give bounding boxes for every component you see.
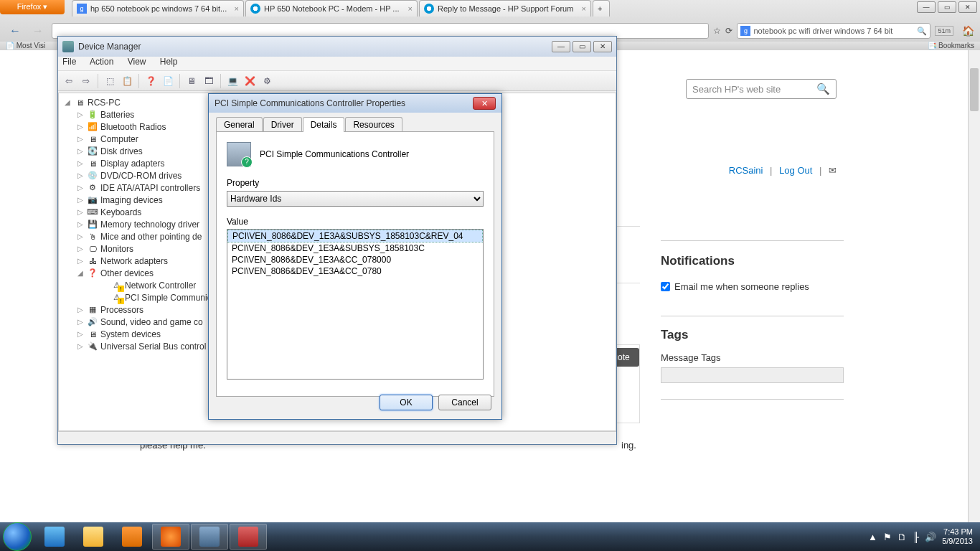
close-icon[interactable]: ×	[235, 4, 239, 13]
username-link[interactable]: RCSaini	[729, 165, 763, 176]
browser-tab-1[interactable]: HP 650 Notebook PC - Modem - HP ... ×	[245, 0, 418, 17]
expand-icon[interactable]: ▷	[76, 135, 85, 143]
browser-tab-2[interactable]: Reply to Message - HP Support Forum ×	[419, 0, 591, 17]
toolbar-button[interactable]: 🗔	[201, 73, 217, 89]
expand-icon[interactable]: ▷	[76, 159, 85, 167]
close-button[interactable]: ✕	[593, 41, 612, 52]
new-tab-button[interactable]: +	[593, 0, 610, 17]
close-icon[interactable]: ×	[582, 4, 586, 13]
expand-icon[interactable]: ▷	[76, 342, 85, 350]
tags-input[interactable]	[661, 367, 844, 383]
hardware-id-value[interactable]: PCI\VEN_8086&DEV_1E3A&SUBSYS_1858103C	[227, 242, 483, 254]
menu-action[interactable]: Action	[90, 57, 113, 67]
toolbar-button[interactable]: ❓	[143, 73, 159, 89]
taskbar-item-toolbox[interactable]	[230, 524, 267, 550]
search-icon[interactable]: 🔍	[816, 83, 830, 95]
hp-search-input[interactable]: Search HP's web site 🔍	[686, 79, 837, 99]
value-listbox[interactable]: PCI\VEN_8086&DEV_1E3A&SUBSYS_1858103C&RE…	[227, 229, 484, 380]
expand-icon[interactable]: ▷	[76, 306, 85, 314]
clock[interactable]: 7:43 PM 5/9/2013	[942, 527, 976, 546]
taskbar-item-wmp[interactable]	[113, 524, 151, 550]
maximize-button[interactable]: ▭	[573, 41, 591, 52]
minimize-button[interactable]: —	[917, 1, 936, 13]
expand-icon[interactable]: ▷	[76, 318, 85, 326]
search-icon[interactable]: 🔍	[917, 27, 927, 36]
taskbar-item-firefox[interactable]	[152, 524, 189, 550]
browser-tab-0[interactable]: g hp 650 notebook pc windows 7 64 bit...…	[72, 0, 244, 17]
start-button[interactable]	[3, 522, 32, 551]
tab-general[interactable]: General	[216, 117, 263, 132]
propdlg-titlebar[interactable]: PCI Simple Communications Controller Pro…	[209, 94, 501, 113]
toolbar-button[interactable]: ⬚	[102, 73, 118, 89]
menu-view[interactable]: View	[128, 57, 146, 67]
toolbar-button[interactable]: 📄	[160, 73, 176, 89]
bookmark-star-icon[interactable]: ☆	[713, 26, 721, 36]
expand-icon[interactable]: ▷	[76, 110, 85, 118]
toolbar-button[interactable]: 📋	[119, 73, 135, 89]
expand-icon[interactable]: ▷	[76, 208, 85, 216]
page-scrollbar[interactable]	[968, 50, 980, 522]
expand-icon[interactable]: ▷	[76, 245, 85, 253]
toolbar-button[interactable]: 💻	[225, 73, 240, 89]
close-icon[interactable]: ×	[408, 4, 413, 13]
scrollbar-thumb[interactable]	[970, 68, 979, 111]
taskbar-item-ie[interactable]	[36, 524, 73, 550]
devmgr-titlebar[interactable]: Device Manager — ▭ ✕	[58, 37, 616, 57]
forward-button[interactable]: →	[29, 22, 47, 40]
reload-icon[interactable]: ⟳	[725, 26, 732, 36]
tab-driver[interactable]: Driver	[263, 117, 302, 132]
toolbar-button[interactable]: ❌	[242, 73, 258, 89]
network-icon[interactable]: ╟	[913, 532, 919, 542]
cancel-button[interactable]: Cancel	[438, 395, 491, 410]
expand-icon[interactable]: ▷	[76, 196, 85, 204]
expand-icon[interactable]: ▷	[76, 171, 85, 179]
toolbar-button[interactable]: 🖥	[184, 73, 199, 89]
expand-icon[interactable]: ▷	[76, 147, 85, 155]
ok-button[interactable]: OK	[380, 395, 433, 410]
time: 7:43 PM	[942, 527, 973, 537]
tree-label: IDE ATA/ATAPI controllers	[100, 183, 200, 193]
taskbar-item-explorer[interactable]	[75, 524, 112, 550]
mail-icon[interactable]: ✉	[829, 165, 837, 176]
window-controls: — ▭ ✕	[917, 1, 977, 13]
toolbar-button[interactable]: ⇦	[61, 73, 77, 89]
expand-icon[interactable]: ▷	[76, 184, 85, 192]
expand-icon[interactable]: ◢	[76, 269, 85, 277]
taskbar-item-devmgr[interactable]	[191, 524, 228, 550]
expand-icon[interactable]: ◢	[63, 98, 72, 106]
home-icon[interactable]: 🏠	[962, 25, 974, 37]
bookmarks-button[interactable]: 📑 Bookmarks	[928, 42, 974, 50]
logout-link[interactable]: Log Out	[779, 165, 812, 176]
close-button[interactable]: ✕	[473, 97, 496, 110]
expand-icon[interactable]: ▷	[76, 330, 85, 338]
action-center-icon[interactable]: ⚑	[883, 532, 892, 542]
email-reply-checkbox[interactable]	[661, 282, 670, 291]
ie-icon	[44, 527, 65, 547]
firefox-menu-button[interactable]: Firefox ▾	[0, 0, 65, 14]
battery-icon[interactable]: 🗋	[897, 532, 907, 542]
maximize-button[interactable]: ▭	[938, 1, 956, 13]
hardware-id-value[interactable]: PCI\VEN_8086&DEV_1E3A&SUBSYS_1858103C&RE…	[227, 230, 483, 242]
property-select[interactable]: Hardware Ids	[227, 191, 484, 207]
tab-resources[interactable]: Resources	[345, 117, 402, 132]
toolbar-button[interactable]: ⚙	[259, 73, 275, 89]
back-button[interactable]: ←	[6, 22, 24, 40]
menu-help[interactable]: Help	[160, 57, 178, 67]
tab-details[interactable]: Details	[303, 117, 345, 132]
expand-icon[interactable]: ▷	[76, 220, 85, 228]
expand-icon[interactable]: ▷	[76, 232, 85, 240]
most-visited[interactable]: 📄 Most Visi	[6, 42, 45, 50]
tags-section: Tags Message Tags	[661, 316, 844, 400]
menu-file[interactable]: File	[62, 57, 76, 67]
minimize-button[interactable]: —	[552, 41, 570, 52]
expand-icon[interactable]: ▷	[76, 257, 85, 265]
expand-icon[interactable]: ▷	[76, 123, 85, 131]
browser-search-input[interactable]: g notebook pc wifi driver windows 7 64 b…	[737, 23, 930, 39]
email-reply-checkbox-label[interactable]: Email me when someone replies	[661, 281, 844, 292]
toolbar-button[interactable]: ⇨	[78, 73, 94, 89]
close-button[interactable]: ✕	[958, 1, 977, 13]
hardware-id-value[interactable]: PCI\VEN_8086&DEV_1E3A&CC_078000	[227, 254, 483, 265]
volume-icon[interactable]: 🔊	[925, 532, 936, 542]
tray-overflow-icon[interactable]: ▲	[868, 532, 877, 542]
hardware-id-value[interactable]: PCI\VEN_8086&DEV_1E3A&CC_0780	[227, 265, 483, 277]
